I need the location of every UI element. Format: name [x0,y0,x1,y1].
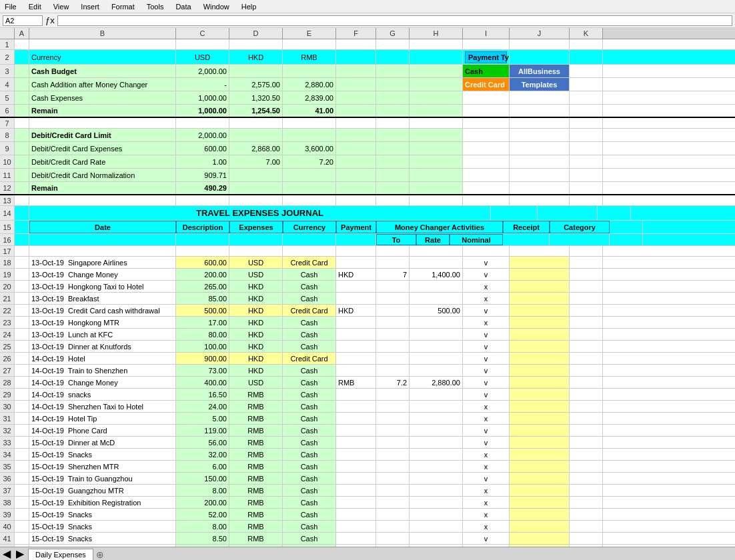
col-header-i[interactable]: I [463,28,510,39]
cell-nominal-41[interactable] [410,533,463,544]
cell-cat-36[interactable] [510,473,570,484]
cell-a38[interactable] [15,497,29,508]
cell-c7[interactable] [176,118,229,128]
cell-pay-34[interactable]: Cash [283,449,336,460]
cell-cat-29[interactable] [510,389,570,400]
cell-f17[interactable] [336,246,376,256]
cell-c10[interactable]: 1.00 [176,155,229,168]
cell-i14[interactable] [491,206,538,220]
cell-to-30[interactable] [336,401,376,412]
cell-b1[interactable] [29,39,176,49]
cell-k23[interactable] [570,317,603,328]
cell-cur-21[interactable]: HKD [229,293,283,304]
cell-g16[interactable]: To [376,234,416,245]
cell-a40[interactable] [15,521,29,532]
cell-k20[interactable] [570,281,603,292]
cell-c3[interactable]: 2,000.00 [176,65,229,77]
cell-k5[interactable] [570,91,603,104]
cell-date-25[interactable]: 13-Oct-19 Dinner at Knutfords [29,341,176,352]
cell-j9[interactable] [510,142,570,155]
cell-h17[interactable] [410,246,463,256]
cell-d16[interactable] [229,234,283,245]
cell-h16-rate[interactable]: Rate [416,234,450,245]
cell-a10[interactable] [15,155,29,168]
cell-e11[interactable] [283,169,336,181]
cell-c15[interactable]: Description [176,221,229,233]
cell-a1[interactable] [15,39,29,49]
cell-i6[interactable] [463,105,510,117]
cell-receipt-35[interactable]: x [463,461,510,472]
cell-cur-19[interactable]: USD [229,269,283,280]
rows-container[interactable]: 1 2 Currency USD HKD [0,39,735,547]
cell-i8[interactable] [463,129,510,141]
cell-cur-23[interactable]: HKD [229,317,283,328]
cell-a18[interactable] [15,257,29,268]
cell-d13[interactable] [229,195,283,205]
cell-receipt-30[interactable]: x [463,401,510,412]
cell-cur-30[interactable]: RMB [229,401,283,412]
cell-k10[interactable] [570,155,603,168]
cell-to-37[interactable] [336,485,376,496]
menu-help[interactable]: Help [239,2,259,11]
cell-to-27[interactable] [336,365,376,376]
cell-k24[interactable] [570,329,603,340]
cell-to-25[interactable] [336,341,376,352]
cell-cat-26[interactable] [510,353,570,364]
cell-g10[interactable] [376,155,410,168]
cell-rate-20[interactable] [376,281,410,292]
cell-a6[interactable] [15,105,29,117]
cell-i11[interactable] [463,169,510,181]
cell-f11[interactable] [336,169,376,181]
cell-b11[interactable]: Debit/Credit Card Normalization [29,169,176,181]
cell-date-34[interactable]: 15-Oct-19 Snacks [29,449,176,460]
cell-b7[interactable] [29,118,176,128]
cell-k16[interactable] [610,234,643,245]
cell-to-28[interactable]: RMB [336,377,376,388]
cell-cur-24[interactable]: HKD [229,329,283,340]
cell-receipt-40[interactable]: x [463,521,510,532]
cell-cat-39[interactable] [510,509,570,520]
col-header-k[interactable]: K [570,28,603,39]
cell-cat-28[interactable] [510,377,570,388]
cell-g13[interactable] [376,195,410,205]
cell-pay-40[interactable]: Cash [283,521,336,532]
cell-d9[interactable]: 2,868.00 [229,142,283,155]
cell-h6[interactable] [410,105,463,117]
cell-b17[interactable] [29,246,176,256]
cell-exp-27[interactable]: 73.00 [176,365,229,376]
cell-e15[interactable]: Currency [283,221,336,233]
cell-a36[interactable] [15,473,29,484]
cell-cur-41[interactable]: RMB [229,533,283,544]
cell-pay-37[interactable]: Cash [283,485,336,496]
cell-nominal-34[interactable] [410,449,463,460]
cell-a37[interactable] [15,485,29,496]
cell-k18[interactable] [570,257,603,268]
cell-h10[interactable] [410,155,463,168]
col-header-a[interactable]: A [15,28,29,39]
cell-rate-37[interactable] [376,485,410,496]
cell-to-24[interactable] [336,329,376,340]
cell-pay-30[interactable]: Cash [283,401,336,412]
cell-a16[interactable] [15,234,29,245]
cell-cur-40[interactable]: RMB [229,521,283,532]
cell-i12[interactable] [463,182,510,194]
cell-cat-25[interactable] [510,341,570,352]
cell-cat-24[interactable] [510,329,570,340]
cell-f16[interactable] [336,234,376,245]
cell-a33[interactable] [15,437,29,448]
cell-b5[interactable]: Cash Expenses [29,91,176,104]
cell-receipt-36[interactable]: v [463,473,510,484]
col-header-j[interactable]: J [510,28,570,39]
cell-h8[interactable] [410,129,463,141]
cell-to-20[interactable] [336,281,376,292]
cell-a3[interactable] [15,65,29,77]
cell-cur-38[interactable]: RMB [229,497,283,508]
cell-f8[interactable] [336,129,376,141]
cell-rate-41[interactable] [376,533,410,544]
cell-f13[interactable] [336,195,376,205]
cell-cur-26[interactable]: HKD [229,353,283,364]
menu-edit[interactable]: Edit [27,2,43,11]
sheet-nav-left[interactable]: ◀ [3,547,11,560]
cell-nominal-33[interactable] [410,437,463,448]
cell-c16[interactable] [176,234,229,245]
